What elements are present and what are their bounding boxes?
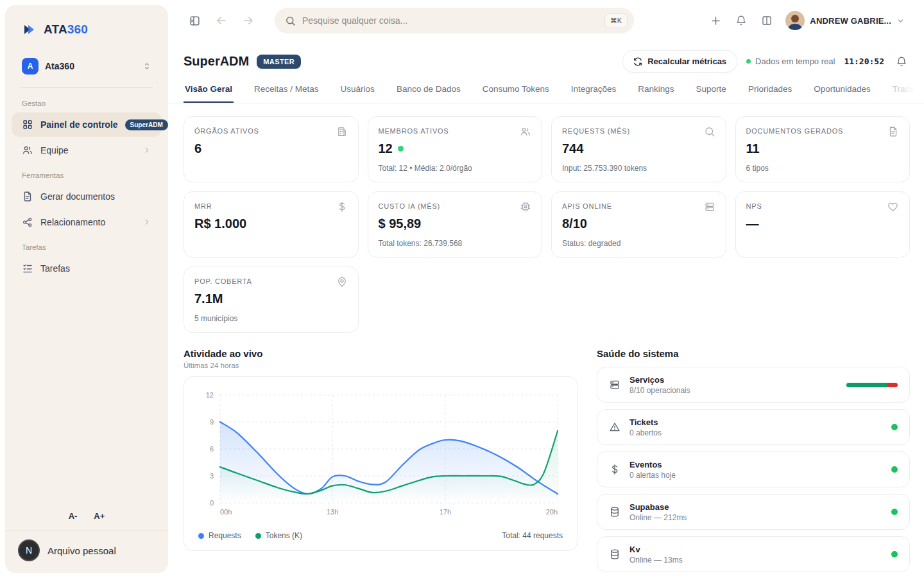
metric-label: APIS ONLINE <box>562 201 704 210</box>
sidebar-item-label: Equipe <box>40 145 135 155</box>
header-bell-icon[interactable] <box>893 53 910 70</box>
metric-cards: ÓRGÃOS ATIVOS6MEMBROS ATIVOS12Total: 12 … <box>168 103 924 335</box>
tab-rankings[interactable]: Rankings <box>637 84 675 103</box>
nav-back-icon[interactable] <box>210 10 232 31</box>
team-icon <box>520 126 531 137</box>
chart-total: Total: 44 requests <box>502 531 563 540</box>
status-dot <box>398 146 404 152</box>
tab-consumo-tokens[interactable]: Consumo Tokens <box>481 84 551 103</box>
sidebar-item-tarefas[interactable]: Tarefas <box>12 256 162 281</box>
health-name: Eventos <box>629 460 676 469</box>
sidebar-item-relacionamento[interactable]: Relacionamento <box>12 210 162 234</box>
sidebar-item-gerar-documentos[interactable]: Gerar documentos <box>12 184 162 209</box>
metric-value: 7.1M <box>194 292 348 306</box>
document-icon <box>887 126 899 137</box>
metric-subtext: 6 tipos <box>746 157 900 173</box>
sidebar-section-label: Ferramentas <box>5 164 168 183</box>
panel-columns-icon[interactable] <box>756 10 778 31</box>
metric-value: $ 95,89 <box>379 216 532 231</box>
live-status: Dados em tempo real <box>746 57 835 66</box>
health-item-kv: KvOnline — 13ms <box>597 536 910 572</box>
recalculate-metrics-button[interactable]: Recalcular métricas <box>622 50 737 73</box>
metric-value: R$ 1.000 <box>194 216 348 231</box>
sidebar-item-equipe[interactable]: Equipe <box>12 138 162 162</box>
health-name: Supabase <box>629 502 687 512</box>
svg-text:3: 3 <box>210 472 214 480</box>
chevron-updown-icon <box>142 62 151 71</box>
tab-oportunidades[interactable]: Oportunidades <box>812 84 872 103</box>
search-shortcut-badge: ⌘K <box>604 13 628 28</box>
health-item-supabase: SupabaseOnline — 212ms <box>597 494 910 530</box>
document-icon <box>22 191 33 202</box>
clock: 11:20:52 <box>844 57 884 66</box>
topbar: Pesquise qualquer coisa... ⌘K <box>168 0 924 41</box>
metric-card-nps: NPS— <box>735 191 911 258</box>
sidebar-item-label: Tarefas <box>40 263 151 274</box>
font-size-controls: A- A+ <box>5 505 168 530</box>
sidebar-item-painel-de-controle[interactable]: Painel de controleSuperADM <box>12 112 162 137</box>
activity-line-chart[interactable]: 03691200h13h17h20h <box>192 386 567 525</box>
tasks-icon <box>22 263 33 274</box>
metric-card-mrr: MRRR$ 1.000 <box>184 191 359 258</box>
workspace-selector[interactable]: A Ata360 <box>15 53 158 80</box>
dashboard-icon <box>22 119 33 130</box>
svg-text:0: 0 <box>210 499 214 507</box>
sidebar-item-label: Gerar documentos <box>40 191 151 202</box>
metric-label: MEMBROS ATIVOS <box>379 126 520 135</box>
tab-usu-rios[interactable]: Usuários <box>339 84 376 103</box>
health-subtext: Online — 212ms <box>629 513 687 522</box>
health-item-eventos: Eventos0 alertas hoje <box>597 451 910 487</box>
system-health-list: Serviços8/10 operacionaisTickets0 aberto… <box>597 367 910 572</box>
svg-text:9: 9 <box>210 418 214 426</box>
tab-suporte[interactable]: Suporte <box>695 84 728 103</box>
user-menu[interactable]: ANDREW GABRIE... <box>782 8 909 33</box>
svg-text:6: 6 <box>210 445 214 453</box>
search-icon <box>704 126 715 137</box>
plus-icon[interactable] <box>705 10 726 31</box>
legend-item: Requests <box>198 531 241 540</box>
search-input[interactable]: Pesquise qualquer coisa... ⌘K <box>275 8 634 33</box>
metric-label: POP. COBERTA <box>194 276 336 285</box>
sidebar-section-label: Gestao <box>5 92 168 111</box>
tab-receitas-metas[interactable]: Receitas / Metas <box>253 84 320 103</box>
chevron-right-icon <box>142 218 151 227</box>
server-icon <box>609 379 620 390</box>
font-increase-button[interactable]: A+ <box>94 511 105 521</box>
health-ok-dot <box>891 466 898 473</box>
metric-card--rg-os-ativos: ÓRGÃOS ATIVOS6 <box>184 116 359 182</box>
tab-banco-de-dados[interactable]: Banco de Dados <box>395 84 462 103</box>
activity-title: Atividade ao vivo <box>184 348 578 359</box>
divider <box>21 87 153 88</box>
tab-transferegov[interactable]: TransfereGov <box>891 84 924 103</box>
metric-card-requests-m-s-: REQUESTS (MÊS)744Input: 25.753.390 token… <box>551 116 726 182</box>
health-ok-dot <box>891 551 898 557</box>
metric-label: CUSTO IA (MÊS) <box>379 201 520 210</box>
metric-card-documentos-gerados: DOCUMENTOS GERADOS116 tipos <box>735 116 911 182</box>
chart-legend: RequestsTokens (K)Total: 44 requests <box>192 527 567 544</box>
sidebar-toggle-icon[interactable] <box>184 10 205 31</box>
font-decrease-button[interactable]: A- <box>69 511 78 521</box>
share-icon <box>22 216 33 228</box>
tab-vis-o-geral[interactable]: Visão Geral <box>184 84 234 103</box>
database-icon <box>609 506 620 518</box>
sidebar-item-label: Relacionamento <box>40 217 135 227</box>
team-icon <box>22 144 33 156</box>
legend-dot <box>255 533 261 539</box>
bell-icon[interactable] <box>730 10 752 31</box>
tab-prioridades[interactable]: Prioridades <box>747 84 793 103</box>
health-ok-dot <box>891 424 898 430</box>
master-badge: MASTER <box>257 55 301 69</box>
health-subtext: Online — 13ms <box>629 556 683 565</box>
activity-chart-card: 03691200h13h17h20h RequestsTokens (K)Tot… <box>184 376 578 551</box>
tab-integra-es[interactable]: Integrações <box>570 84 618 103</box>
metric-value: 8/10 <box>562 216 715 231</box>
dollar-icon <box>336 201 348 213</box>
refresh-icon <box>633 57 642 66</box>
sidebar-nav: GestaoPainel de controleSuperADMEquipeFe… <box>5 92 168 282</box>
personal-archive[interactable]: N Arquivo pessoal <box>5 530 168 573</box>
system-health-section: Saúde do sistema Serviços8/10 operaciona… <box>597 348 910 572</box>
page-title: SuperADM <box>184 54 249 69</box>
health-subtext: 0 abertos <box>629 428 662 437</box>
nav-forward-icon[interactable] <box>237 10 259 31</box>
system-health-title: Saúde do sistema <box>597 348 910 359</box>
